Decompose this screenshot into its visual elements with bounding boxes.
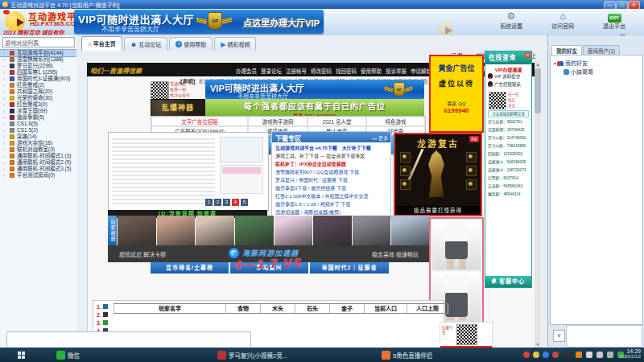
sidebar-item[interactable]: ›CS1.5(2) xyxy=(0,127,76,134)
start-button[interactable] xyxy=(18,352,25,359)
friend-item[interactable]: 小妹哥哥 xyxy=(564,68,593,76)
sidebar-item[interactable]: ›浩雪棋牌系列(1388) xyxy=(0,56,76,63)
site-link[interactable]: 注册帐号 xyxy=(286,67,307,75)
sidebar-item[interactable]: ›通用联机-时间模式2 (5) xyxy=(0,159,76,166)
page-number[interactable]: 2 xyxy=(214,199,221,206)
site-link[interactable]: 投诉举报 xyxy=(386,67,407,75)
page-number[interactable]: 5 xyxy=(241,199,248,206)
qq-group-item[interactable]: 红警群：6037914 xyxy=(488,175,530,183)
player-photo[interactable] xyxy=(196,216,234,245)
ad-table-cell[interactable]: 2021 名人堂 xyxy=(308,117,366,126)
sidebar-item[interactable]: ›红色警戒3(0) xyxy=(0,101,76,108)
scrollbar[interactable]: ▲ ▼ xyxy=(535,61,541,348)
sidebar-item[interactable]: ›突袭(14) xyxy=(0,134,76,140)
sidebar-item[interactable]: ›CS1.6(5) xyxy=(0,121,76,127)
sidebar-item[interactable]: ›游戏大杂烩(16) xyxy=(0,140,76,146)
download-link[interactable]: 红警2-1.006中文版本 / 共和国之辉中文交流 xyxy=(275,192,388,200)
consult-qq-row[interactable]: VIP 资料提交 xyxy=(488,73,530,80)
chevron-down-icon[interactable]: ∨ xyxy=(553,330,565,342)
qq-group-item[interactable]: 罗马②群：736415850 xyxy=(488,142,530,150)
qq-group-item[interactable]: 交流群：549566343 xyxy=(488,183,530,191)
download-link[interactable]: 魔兽争霸1.6! / 1.08 / 视频补丁 下载 xyxy=(275,200,388,208)
tab-互动论坛[interactable]: ☻互动论坛 xyxy=(124,37,167,51)
expander-icon[interactable]: › xyxy=(3,172,5,179)
sidebar-item[interactable]: ›通用联机-时间模式1 (3) xyxy=(0,153,76,159)
taskbar-app[interactable]: 5角色直播伴侣 xyxy=(378,349,436,360)
sidebar-item[interactable]: ›冰雪王国(99) xyxy=(0,108,76,114)
page-number[interactable]: 4 xyxy=(232,199,239,206)
site-link[interactable]: 修改密码 xyxy=(311,67,332,75)
scroll-up-icon[interactable]: ▲ xyxy=(535,61,541,68)
rank-item[interactable]: 2. xyxy=(97,311,108,319)
toolbar-gear-button[interactable]: ⚙系统设置 xyxy=(489,10,533,33)
expander-icon[interactable]: › xyxy=(3,108,5,114)
expander-icon[interactable]: › xyxy=(3,127,5,134)
ad-table-cell[interactable]: 特色游戏 xyxy=(366,117,425,126)
qq-group-item[interactable]: 罗马①群：214740091 xyxy=(488,134,530,142)
expander-icon[interactable]: › xyxy=(3,76,5,82)
game-list-input[interactable] xyxy=(2,37,75,47)
sidebar-item[interactable]: ›共和国之辉(20) xyxy=(0,88,76,95)
tray-icon[interactable] xyxy=(565,352,572,358)
player-photo[interactable] xyxy=(235,216,274,245)
expander-icon[interactable]: › xyxy=(3,159,5,166)
vip-banner[interactable]: VIP可随时进出满人大厅 不用辛辛苦苦挤大厅 VIP 点这里办理大厅VIP xyxy=(74,10,324,34)
qq-group-item[interactable]: 浩雪棋牌：30706430 xyxy=(488,126,530,134)
tab-平台主页[interactable]: ⌂平台主页 xyxy=(81,36,122,51)
qq-group-item[interactable]: 四国群：120025002 xyxy=(488,150,530,158)
download-link[interactable]: 游戏工具、补丁下载 — 最全资源下载专区 xyxy=(275,152,388,160)
expander-icon[interactable]: › xyxy=(3,88,5,95)
consult-close-icon[interactable]: ✕ xyxy=(525,52,530,58)
expander-icon[interactable]: › xyxy=(3,140,5,146)
vip-banner-inpage[interactable]: VIP可随时进出满人大厅 不用辛辛苦苦挤大厅 VIP xyxy=(205,80,424,99)
gold-ad[interactable]: 黄金广告位 虚位以待 联系 QQ 6199940 xyxy=(429,55,484,133)
player-photo[interactable] xyxy=(275,216,313,245)
download-link[interactable]: 魔兽争霸3下载 / 魔兽终结者 下载 xyxy=(275,184,388,192)
taskbar-app[interactable]: 罗马复兴(小规模2竞... xyxy=(214,349,291,360)
sidebar-item[interactable]: ›通用联机-时间模式3 (5) xyxy=(0,166,76,172)
taskbar-clock[interactable]: 14:29 2020/2/12 xyxy=(619,348,641,359)
download-link[interactable]: 罗马复兴 / 帝国时代 / 征服者 下载 xyxy=(275,176,388,184)
qq-group-item[interactable]: 官方总群：8920761 xyxy=(488,118,530,126)
sidebar-item[interactable]: ›四国军棋1.1(295) xyxy=(0,69,76,76)
album-label[interactable]: 玩家相册 xyxy=(108,216,117,245)
site-link[interactable]: 使用帮助 xyxy=(361,67,382,75)
expander-icon[interactable]: › xyxy=(3,82,5,88)
sidebar-item[interactable]: ›光荣的使命(30) xyxy=(0,95,76,101)
tab-使用帮助[interactable]: ?使用帮助 xyxy=(169,37,213,51)
tray-icon[interactable] xyxy=(533,352,539,358)
taskbar-app[interactable]: 微信 xyxy=(53,349,83,360)
vip-banner-cta[interactable]: 点这里办理大厅VIP xyxy=(243,16,320,29)
player-photo[interactable] xyxy=(157,216,196,245)
expander-icon[interactable]: › xyxy=(3,166,5,172)
qq-group-item[interactable]: 魔兽群：48944314 xyxy=(488,191,530,199)
tray-icon[interactable] xyxy=(543,352,549,358)
rank-item[interactable]: 3. xyxy=(97,319,108,327)
expander-icon[interactable]: › xyxy=(3,56,5,63)
player-photo[interactable] xyxy=(391,216,430,245)
tray-icon[interactable] xyxy=(607,352,613,358)
friends-root-node[interactable]: ▾我的好友 xyxy=(554,59,588,67)
player-photo[interactable] xyxy=(353,216,391,245)
brand-image-ad[interactable]: 乱爆神器 xyxy=(151,99,205,117)
player-photo[interactable] xyxy=(118,216,156,245)
toolbar-exit-button[interactable]: EXIT退出平台 xyxy=(592,10,636,33)
download-more-link[interactable]: »» 更多 xyxy=(372,134,388,142)
sidebar-item[interactable]: ›红色警戒(2) xyxy=(0,82,76,88)
consult-qq-row[interactable]: 广告招租联系 xyxy=(488,81,530,88)
toolbar-home-button[interactable]: ⌂访问官网 xyxy=(541,10,584,33)
expander-icon[interactable]: › xyxy=(3,153,5,159)
section-header[interactable]: 帝国时代2｜征服者 xyxy=(310,262,389,274)
sidebar-item[interactable]: ›魔兽争霸(5) xyxy=(0,114,76,121)
qq-group-item[interactable]: 证据满①：542096005 xyxy=(488,158,530,167)
dragon-game-ad[interactable]: 龙游复古 新服 极品需要打怪获得 xyxy=(394,133,482,216)
expander-icon[interactable]: › xyxy=(3,146,5,153)
site-link[interactable]: 登录论坛 xyxy=(261,67,282,75)
sidebar-item[interactable]: ›罗马复兴(2296) xyxy=(0,63,76,69)
tray-icon[interactable] xyxy=(576,352,582,358)
download-link[interactable]: 互动游戏对战平台 v4.70下载 大厅补丁下载 xyxy=(275,144,388,152)
tray-icon[interactable] xyxy=(523,352,530,358)
expander-icon[interactable]: › xyxy=(3,114,5,121)
scrollbar-thumb[interactable] xyxy=(535,68,541,113)
page-number[interactable]: 3 xyxy=(223,199,230,206)
